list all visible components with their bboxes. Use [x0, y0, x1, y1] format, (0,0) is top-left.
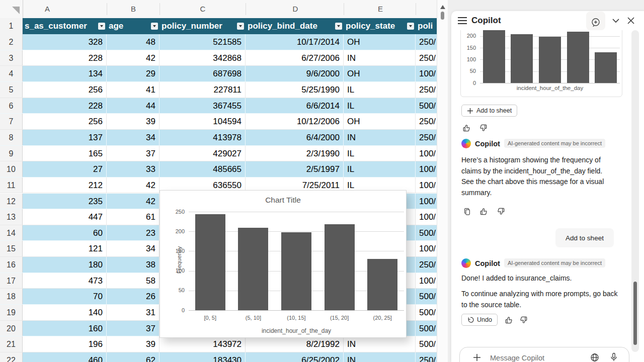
cell[interactable]: 143972: [159, 336, 246, 352]
panel-scrollbar-thumb[interactable]: [633, 282, 637, 345]
cell[interactable]: 70: [23, 289, 107, 304]
row-number[interactable]: 12: [0, 194, 23, 209]
filter-dropdown-icon[interactable]: [407, 23, 414, 30]
cell[interactable]: 500/: [416, 321, 438, 336]
thumbs-up-icon[interactable]: [505, 316, 513, 324]
row-number[interactable]: 9: [0, 146, 23, 161]
close-icon[interactable]: [626, 16, 635, 25]
cell[interactable]: 41: [107, 82, 159, 98]
cell[interactable]: 100/: [416, 273, 438, 289]
row-number[interactable]: 16: [0, 257, 23, 273]
cell[interactable]: 429027: [159, 146, 246, 161]
panel-scrollbar-track[interactable]: [631, 30, 639, 352]
cell[interactable]: 34: [107, 130, 159, 145]
cell[interactable]: 8/2/1992: [246, 336, 344, 352]
cell[interactable]: 5/25/1990: [246, 82, 344, 98]
cell[interactable]: 328: [23, 34, 107, 50]
thumbs-down-icon[interactable]: [519, 316, 528, 324]
row-number[interactable]: 1: [0, 18, 23, 34]
row-number[interactable]: 4: [0, 66, 23, 81]
cell[interactable]: 27: [23, 161, 107, 177]
row-number[interactable]: 21: [0, 336, 23, 352]
thumbs-down-icon[interactable]: [479, 124, 488, 132]
cell[interactable]: 500/: [416, 289, 438, 304]
cell[interactable]: 250/: [416, 50, 438, 66]
cell[interactable]: 413978: [159, 130, 246, 145]
cell[interactable]: 104594: [159, 114, 246, 129]
cell[interactable]: 687698: [159, 66, 246, 81]
floating-chart-card[interactable]: Chart Title050100150200250[0, 5](5, 10](…: [159, 190, 407, 338]
row-number[interactable]: 2: [0, 34, 23, 50]
cell[interactable]: 500/: [416, 336, 438, 352]
cell[interactable]: 473: [23, 273, 107, 289]
cell[interactable]: 250/: [416, 352, 438, 362]
cell[interactable]: 6/25/2002: [246, 352, 344, 362]
row-number[interactable]: 13: [0, 209, 23, 225]
filter-dropdown-icon[interactable]: [98, 23, 105, 30]
cell[interactable]: 10/17/2014: [246, 34, 344, 50]
cell[interactable]: IL: [344, 146, 416, 161]
add-to-sheet-button[interactable]: Add to sheet: [461, 105, 517, 117]
cell[interactable]: 342868: [159, 50, 246, 66]
cell[interactable]: 250/: [416, 82, 438, 98]
row-number[interactable]: 7: [0, 114, 23, 129]
cell[interactable]: IN: [344, 50, 416, 66]
cell[interactable]: 160: [23, 321, 107, 336]
globe-icon[interactable]: [590, 352, 600, 362]
header-cell[interactable]: policy_bind_date: [246, 18, 344, 34]
header-cell[interactable]: policy_state: [344, 18, 416, 34]
column-letter[interactable]: D: [293, 5, 298, 13]
cell[interactable]: 9/6/2000: [246, 66, 344, 81]
row-number[interactable]: 18: [0, 289, 23, 304]
row-number[interactable]: 3: [0, 50, 23, 66]
filter-dropdown-icon[interactable]: [237, 23, 244, 30]
cell[interactable]: 100/: [416, 66, 438, 81]
row-number[interactable]: 20: [0, 321, 23, 336]
cell[interactable]: 165: [23, 146, 107, 161]
cell[interactable]: 500/: [416, 305, 438, 320]
cell[interactable]: 180: [23, 257, 107, 273]
cell[interactable]: 39: [107, 114, 159, 129]
cell[interactable]: 42: [107, 177, 159, 193]
cell[interactable]: OH: [344, 34, 416, 50]
cell[interactable]: 100/: [416, 194, 438, 209]
message-copilot-input[interactable]: [489, 353, 587, 362]
header-cell[interactable]: poli: [416, 18, 438, 34]
cell[interactable]: IN: [344, 352, 416, 362]
row-number[interactable]: 8: [0, 130, 23, 145]
column-letter[interactable]: A: [45, 5, 50, 13]
cell[interactable]: 196: [23, 336, 107, 352]
cell[interactable]: 212: [23, 177, 107, 193]
header-cell[interactable]: policy_number: [159, 18, 246, 34]
cell[interactable]: 61: [107, 209, 159, 225]
cell[interactable]: IL: [344, 161, 416, 177]
row-number[interactable]: 17: [0, 273, 23, 289]
row-number[interactable]: 5: [0, 82, 23, 98]
cell[interactable]: 137: [23, 130, 107, 145]
cell[interactable]: 250/: [416, 114, 438, 129]
chevron-down-icon[interactable]: [611, 17, 620, 24]
cell[interactable]: 100/: [416, 161, 438, 177]
cell[interactable]: 235: [23, 194, 107, 209]
cell[interactable]: 26: [107, 289, 159, 304]
row-number[interactable]: 11: [0, 177, 23, 193]
thumbs-down-icon[interactable]: [497, 207, 505, 216]
cell[interactable]: 228: [23, 50, 107, 66]
cell[interactable]: 42: [107, 194, 159, 209]
undo-button[interactable]: Undo: [461, 314, 498, 326]
filter-dropdown-icon[interactable]: [151, 23, 158, 30]
cell[interactable]: 10/12/2006: [246, 114, 344, 129]
message-input-box[interactable]: [459, 347, 629, 362]
cell[interactable]: 37: [107, 146, 159, 161]
cell[interactable]: 367455: [159, 98, 246, 114]
cell[interactable]: 500/: [416, 225, 438, 241]
column-letter[interactable]: B: [131, 5, 136, 13]
cell[interactable]: 256: [23, 114, 107, 129]
thumbs-up-icon[interactable]: [462, 124, 471, 132]
row-number[interactable]: 19: [0, 305, 23, 320]
cell[interactable]: 58: [107, 273, 159, 289]
cell[interactable]: 100/: [416, 241, 438, 256]
microphone-icon[interactable]: [609, 352, 619, 362]
sheet-scrollbar-thumb[interactable]: [441, 12, 444, 20]
cell[interactable]: 62: [107, 352, 159, 362]
